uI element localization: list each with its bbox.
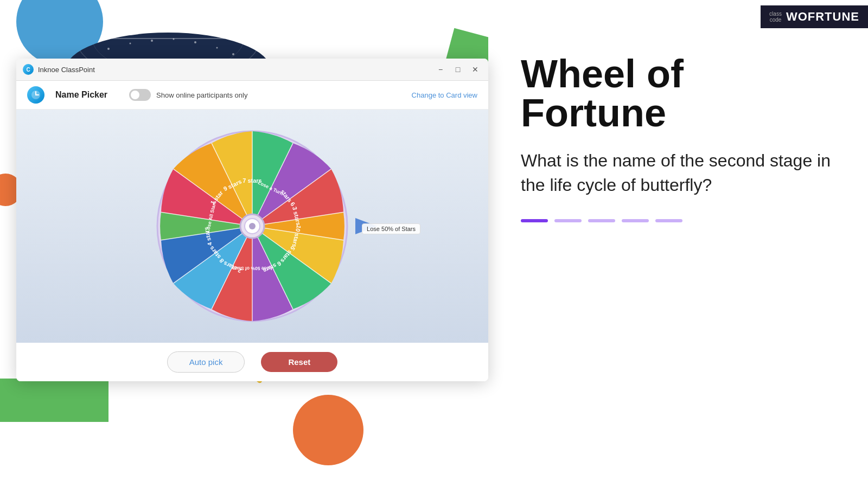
maximize-button[interactable]: □ [451, 63, 464, 76]
bg-green-rect2 [0, 379, 108, 422]
progress-dot-2 [554, 219, 582, 222]
class-code-label: class code [769, 11, 782, 23]
window-titlebar: C Inknoe ClassPoint − □ ✕ [16, 59, 488, 81]
wheel-area: 10 stars 5 stars 6 stars Lose 50% of Sta… [16, 110, 488, 343]
toggle-label: Show online participants only [156, 91, 247, 99]
slide-question: What is the name of the second stage in … [521, 149, 835, 197]
app-window: C Inknoe ClassPoint − □ ✕ Name Picker Sh… [16, 59, 488, 381]
fortune-wheel[interactable]: 10 stars 5 stars 6 stars Lose 50% of Sta… [155, 129, 350, 324]
change-view-button[interactable]: Change to Card view [412, 91, 477, 99]
svg-point-2 [107, 48, 110, 50]
svg-point-7 [216, 47, 218, 49]
right-panel: class code WOFRTUNE Wheel of Fortune Wha… [488, 0, 868, 487]
svg-point-3 [130, 43, 131, 44]
name-picker-icon [27, 86, 44, 104]
progress-dot-1 [521, 219, 548, 222]
online-participants-toggle[interactable] [129, 89, 151, 101]
window-toolbar: Name Picker Show online participants onl… [16, 81, 488, 110]
svg-point-6 [194, 41, 196, 43]
progress-dot-5 [655, 219, 682, 222]
window-title-text: Inknoe ClassPoint [38, 66, 95, 74]
window-logo-icon: C [23, 64, 34, 75]
bg-orange-circle2 [293, 395, 363, 465]
window-footer: Auto pick Reset [16, 343, 488, 381]
class-code-badge: class code WOFRTUNE [761, 5, 868, 28]
toggle-area: Show online participants only [129, 89, 247, 101]
svg-point-5 [173, 39, 175, 40]
window-controls: − □ ✕ [434, 63, 482, 76]
close-button[interactable]: ✕ [469, 63, 482, 76]
window-title-left: C Inknoe ClassPoint [23, 64, 95, 75]
class-code-text: WOFRTUNE [786, 10, 859, 24]
reset-button[interactable]: Reset [261, 352, 337, 372]
progress-dots [521, 219, 835, 222]
auto-pick-button[interactable]: Auto pick [167, 351, 245, 373]
name-picker-label: Name Picker [55, 90, 107, 100]
svg-point-8 [232, 53, 234, 55]
svg-marker-44 [355, 218, 377, 234]
minimize-button[interactable]: − [434, 63, 447, 76]
progress-dot-3 [588, 219, 615, 222]
wheel-pointer [355, 218, 377, 234]
progress-dot-4 [622, 219, 649, 222]
slide-title: Wheel of Fortune [521, 54, 835, 132]
svg-point-43 [249, 223, 256, 229]
svg-point-4 [151, 40, 153, 42]
